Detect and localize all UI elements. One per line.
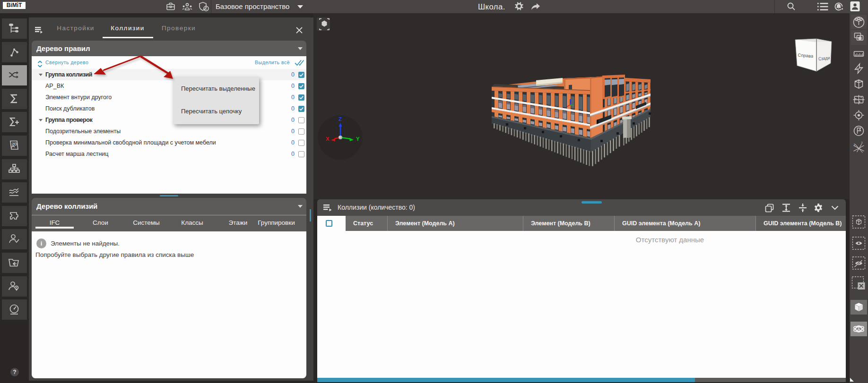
svg-text:Справа: Справа	[798, 52, 814, 59]
svg-text:Z: Z	[339, 116, 342, 122]
svg-text:Y: Y	[356, 136, 360, 142]
svg-text:2D: 2D	[12, 142, 17, 146]
svg-text:X: X	[326, 136, 330, 142]
